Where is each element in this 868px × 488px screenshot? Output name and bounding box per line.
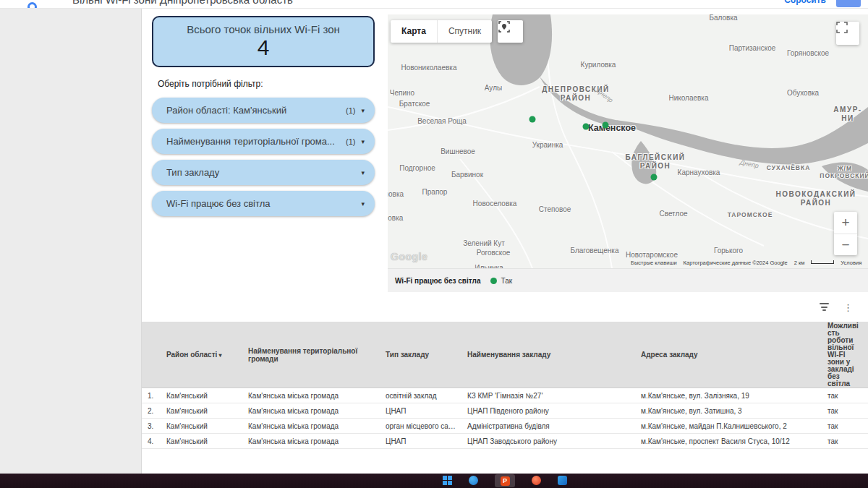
table-cell: ЦНАП xyxy=(380,407,461,415)
filter-list: Район області: Кам'янський(1)▾Найменуван… xyxy=(152,98,375,222)
scorecard-value: 4 xyxy=(153,35,373,60)
map-data-text: Картографические данные ©2024 Google xyxy=(684,260,788,266)
scale-label: 2 км xyxy=(794,260,805,266)
table-cell: Кам'янський xyxy=(161,422,242,430)
table-cell: м.Кам'янське, вул. Затишна, 3 xyxy=(635,407,822,415)
satellite-tab[interactable]: Спутник xyxy=(437,20,492,43)
table-cell: Адміністративна будівля xyxy=(461,422,635,430)
active-app-highlight[interactable]: P xyxy=(495,474,515,487)
browser-top-strip: Вільні Wi-Fi зони Дніпропетровська облас… xyxy=(0,0,868,9)
table-cell: ЦНАП Заводського району xyxy=(461,437,635,445)
reset-button[interactable]: Сбросить xyxy=(784,0,826,5)
table-cell: Кам'янський xyxy=(161,437,242,445)
report-left-margin xyxy=(0,9,142,474)
map-terrain xyxy=(388,14,868,268)
table-cell: так xyxy=(822,422,868,430)
table-cell: так xyxy=(822,437,868,445)
map-type-control: Карта Спутник xyxy=(391,20,492,43)
column-header[interactable]: Адреса закладу xyxy=(635,351,822,359)
browser-icon[interactable] xyxy=(532,476,541,485)
filter-count: (1) xyxy=(346,137,355,146)
column-header[interactable]: Найменування закладу xyxy=(461,351,635,359)
table-cell: Кам'янський xyxy=(161,392,242,400)
table-cell: КЗ КМР 'Гімназія №27' xyxy=(461,392,635,400)
wifi-point-marker[interactable] xyxy=(651,174,658,181)
filters-heading: Оберіть потрібний фільтр: xyxy=(158,79,263,89)
legend-label: Wi-Fi працює без світла xyxy=(395,277,480,285)
windows-start-icon[interactable] xyxy=(443,476,452,485)
filter-label: Wi-Fi працює без світла xyxy=(166,198,351,209)
filter-count: (1) xyxy=(346,106,355,115)
wifi-point-marker[interactable] xyxy=(529,116,536,123)
table-cell: м.Кам'янське, майдан П.Калнишевського, 2 xyxy=(635,422,822,430)
row-number: 1. xyxy=(142,392,161,400)
more-options-icon[interactable]: ⋮ xyxy=(843,303,853,312)
table-toolbar: ⋮ xyxy=(820,303,853,313)
table-cell: ЦНАП Південого району xyxy=(461,407,635,415)
locate-button[interactable] xyxy=(498,20,523,43)
zoom-in-button[interactable]: + xyxy=(834,212,857,234)
column-header[interactable]: Район області ▾ xyxy=(161,351,242,359)
wifi-total-scorecard: Всього точок вільних Wi-Fi зон 4 xyxy=(152,16,375,67)
table-header-row: Район області ▾Найменування територіальн… xyxy=(142,322,868,388)
report-logo-icon xyxy=(27,2,37,9)
table-cell: Кам'янський xyxy=(161,407,242,415)
filter-control-3[interactable]: Тип закладу▾ xyxy=(152,160,375,185)
scale-bar xyxy=(811,260,834,264)
legend-value: Так xyxy=(501,277,512,285)
fullscreen-button[interactable] xyxy=(836,22,859,45)
row-number: 2. xyxy=(142,407,161,415)
locate-icon xyxy=(498,20,511,33)
windows-taskbar: P xyxy=(0,474,868,488)
table-row: 1.Кам'янськийКам'янська міська громадаос… xyxy=(142,388,868,403)
table-cell: ЦНАП xyxy=(380,437,461,445)
column-header[interactable]: Можливість роботи вільної WI-FI зони у з… xyxy=(822,322,868,388)
wifi-point-marker[interactable] xyxy=(603,122,609,129)
table-cell: Кам'янська міська громада xyxy=(242,392,380,400)
keyboard-shortcuts-link[interactable]: Быстрые клавиши xyxy=(631,260,677,266)
filter-control-1[interactable]: Район області: Кам'янський(1)▾ xyxy=(152,98,375,123)
map-legend: Wi-Fi працює без світла Так xyxy=(388,268,868,292)
share-button[interactable] xyxy=(836,0,861,7)
table-body: 1.Кам'янськийКам'янська міська громадаос… xyxy=(142,388,868,449)
table-cell: Кам'янська міська громада xyxy=(242,437,380,445)
table-row: 3.Кам'янськийКам'янська міська громадаор… xyxy=(142,419,868,434)
zoom-control: + − xyxy=(834,212,857,255)
sort-desc-icon: ▾ xyxy=(217,352,221,359)
terms-link[interactable]: Условия xyxy=(841,260,861,266)
legend-dot-icon xyxy=(490,278,497,284)
scorecard-label: Всього точок вільних Wi-Fi зон xyxy=(153,23,373,35)
filter-label: Тип закладу xyxy=(166,167,351,178)
filter-label: Район області: Кам'янський xyxy=(166,105,341,116)
table-cell: так xyxy=(822,407,868,415)
chevron-down-icon: ▾ xyxy=(361,200,365,207)
table-row: 4.Кам'янськийКам'янська міська громадаЦН… xyxy=(142,434,868,449)
column-header[interactable]: Тип закладу xyxy=(380,351,461,359)
column-header[interactable]: Найменування територіальної громади xyxy=(242,347,380,363)
table-cell: орган місцевого самов... xyxy=(380,422,461,430)
wifi-point-marker[interactable] xyxy=(583,124,590,130)
row-number: 3. xyxy=(142,422,161,430)
map-tab[interactable]: Карта xyxy=(391,20,437,43)
table-cell: Кам'янська міська громада xyxy=(242,407,380,415)
filter-control-2[interactable]: Найменування територіальної грома...(1)▾ xyxy=(152,129,375,154)
google-map[interactable]: БаловкаПартизанскоеГоряновскоеНовоникола… xyxy=(388,14,868,268)
edge-icon[interactable] xyxy=(558,476,567,485)
wifi-table: Район області ▾Найменування територіальн… xyxy=(142,322,868,449)
fullscreen-icon xyxy=(836,22,848,33)
table-cell: освітній заклад xyxy=(380,392,461,400)
table-row: 2.Кам'янськийКам'янська міська громадаЦН… xyxy=(142,403,868,419)
table-cell: м.Кам'янське, проспект Василя Стуса, 10/… xyxy=(635,437,822,445)
map-attribution: Быстрые клавиши Картографические данные … xyxy=(631,260,861,266)
table-cell: м.Кам'янське, вул. Залізняка, 19 xyxy=(635,392,822,400)
page-title: Вільні Wi-Fi зони Дніпропетровська облас… xyxy=(72,0,293,6)
table-cell: так xyxy=(822,392,868,400)
zoom-out-button[interactable]: − xyxy=(834,234,857,256)
google-logo[interactable]: Google xyxy=(391,251,427,262)
filter-label: Найменування територіальної грома... xyxy=(166,136,341,147)
table-cell: Кам'янська міська громада xyxy=(242,422,380,430)
filter-icon[interactable] xyxy=(820,303,829,313)
filter-control-4[interactable]: Wi-Fi працює без світла▾ xyxy=(152,191,375,216)
chevron-down-icon: ▾ xyxy=(361,107,365,114)
telegram-icon[interactable] xyxy=(469,476,478,485)
